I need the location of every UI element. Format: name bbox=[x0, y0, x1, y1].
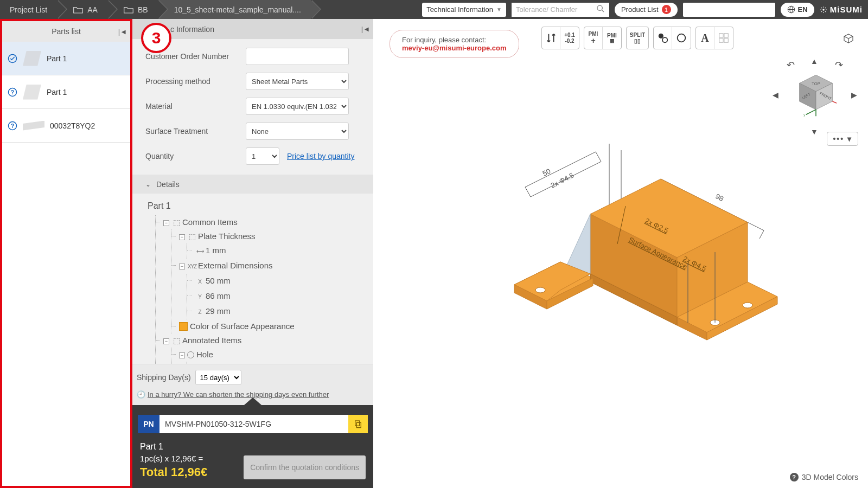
shipping-row: Shipping Day(s) 15 day(s) bbox=[132, 364, 373, 390]
folder-icon bbox=[124, 6, 133, 14]
inquiry-email[interactable]: meviy-eu@misumi-europe.com bbox=[402, 44, 507, 52]
chevron-down-icon: ▼ bbox=[496, 7, 502, 12]
tree-expand-icon[interactable]: − bbox=[179, 352, 185, 358]
view-options-button[interactable]: ••• ▾ bbox=[827, 132, 858, 146]
method-label: Processing method bbox=[145, 77, 246, 86]
tree-leaf[interactable]: 1 mm bbox=[206, 246, 226, 255]
product-list-button[interactable]: Product List 1 bbox=[615, 3, 678, 17]
dropdown-label: Technical Information bbox=[426, 5, 493, 14]
tree-node[interactable]: Annotated Items bbox=[182, 336, 241, 345]
tree-node[interactable]: Plate Thickness bbox=[198, 232, 256, 241]
model-colors-legend[interactable]: ? 3D Model Colors bbox=[790, 473, 858, 481]
status-ok-icon bbox=[8, 54, 17, 63]
3d-viewer[interactable]: For inquiry, please contact: meviy-eu@mi… bbox=[373, 19, 868, 488]
status-help-icon: ? bbox=[8, 121, 17, 131]
tool-tolerance-button[interactable]: +0.1-0.2 bbox=[560, 27, 579, 49]
nav-down-icon[interactable]: ▼ bbox=[810, 127, 818, 136]
surface-select[interactable]: None bbox=[246, 123, 349, 140]
tool-split-button[interactable]: SPLIT▯▯ bbox=[627, 27, 648, 49]
cube-icon: ⬚ bbox=[171, 215, 181, 229]
rotate-right-icon[interactable]: ↷ bbox=[835, 59, 843, 71]
parts-list-item[interactable]: ? Part 1 bbox=[2, 75, 130, 109]
material-select[interactable]: EN 1.0330 equiv.(EN 1.032... bbox=[246, 98, 349, 115]
tree-leaf[interactable]: Color of Surface Appearance bbox=[190, 322, 295, 331]
breadcrumb-project-list[interactable]: Project List bbox=[0, 0, 57, 19]
dimension-label: 98 bbox=[714, 192, 725, 203]
svg-rect-11 bbox=[356, 422, 361, 427]
order-number-input[interactable] bbox=[246, 48, 349, 65]
tree-node[interactable]: External Dimensions bbox=[198, 261, 273, 270]
tree-expand-icon[interactable]: − bbox=[163, 338, 169, 344]
parts-list-item[interactable]: ? 00032T8YQ2 bbox=[2, 109, 130, 143]
tree-expand-icon[interactable]: − bbox=[179, 264, 185, 269]
orientation-cube[interactable]: TOP LEFT FRONT y x bbox=[795, 70, 837, 119]
brand-logo: MiSUMi bbox=[820, 5, 863, 14]
price-notch bbox=[132, 405, 373, 415]
parts-list-item[interactable]: Part 1 bbox=[2, 42, 130, 75]
breadcrumb-file[interactable]: 10_5_sheet-metal_sample_manual.... bbox=[158, 0, 311, 19]
tool-sort-button[interactable] bbox=[542, 27, 560, 49]
tree-expand-icon[interactable]: − bbox=[163, 220, 169, 226]
breadcrumb-label: Project List bbox=[10, 5, 47, 14]
top-bar: Project List AA BB 10_5_sheet-metal_samp… bbox=[0, 0, 868, 19]
tool-grid-button[interactable] bbox=[714, 27, 733, 49]
breadcrumb-label: 10_5_sheet-metal_sample_manual.... bbox=[174, 5, 301, 14]
nav-right-icon[interactable]: ▶ bbox=[851, 91, 857, 99]
svg-rect-18 bbox=[719, 38, 723, 42]
tree-expand-icon[interactable]: − bbox=[179, 234, 185, 240]
nav-up-icon[interactable]: ▲ bbox=[810, 57, 818, 66]
color-swatch-icon bbox=[179, 322, 188, 331]
svg-point-13 bbox=[658, 34, 663, 38]
cube-icon: ⬚ bbox=[187, 229, 197, 243]
nav-left-icon[interactable]: ◀ bbox=[773, 91, 778, 99]
svg-rect-19 bbox=[724, 38, 728, 42]
3d-model[interactable]: 50 2x Φ4.5 98 bbox=[482, 127, 786, 409]
xyz-icon: XYZ bbox=[187, 260, 197, 274]
technical-info-dropdown[interactable]: Technical Information▼ bbox=[422, 3, 506, 17]
y-icon: Y bbox=[195, 290, 205, 304]
search-input[interactable]: Tolerance/ Chamfer bbox=[512, 3, 609, 17]
top-text-input[interactable] bbox=[683, 3, 775, 17]
language-label: EN bbox=[798, 5, 808, 14]
shipping-select[interactable]: 15 day(s) bbox=[195, 370, 241, 385]
part-thumbnail bbox=[23, 85, 41, 100]
quantity-select[interactable]: 1 bbox=[246, 147, 279, 165]
wireframe-cube-icon[interactable] bbox=[842, 32, 855, 45]
tool-view1-button[interactable] bbox=[654, 27, 672, 49]
language-button[interactable]: EN bbox=[781, 3, 814, 17]
details-toggle[interactable]: ⌄ Details bbox=[132, 175, 373, 194]
search-icon bbox=[596, 4, 605, 15]
tool-pmi-list-button[interactable]: PMI▦ bbox=[603, 27, 621, 49]
globe-icon bbox=[787, 5, 795, 14]
tool-view2-button[interactable] bbox=[672, 27, 691, 49]
method-select[interactable]: Sheet Metal Parts bbox=[246, 73, 349, 90]
tree-leaf[interactable]: 50 mm bbox=[206, 276, 231, 285]
part-thumbnail bbox=[23, 121, 44, 131]
tool-pmi-add-button[interactable]: PMI+ bbox=[584, 27, 603, 49]
svg-point-15 bbox=[678, 34, 686, 42]
part-thumbnail bbox=[23, 51, 41, 66]
breadcrumb-label: AA bbox=[87, 5, 98, 14]
tool-annotate-button[interactable]: A bbox=[696, 27, 714, 49]
folder-icon bbox=[73, 6, 83, 14]
tree-node[interactable]: Common Items bbox=[182, 217, 238, 227]
pn-value[interactable]: MVSHM-PN01050-312-5W1FG bbox=[159, 415, 348, 433]
price-list-link[interactable]: Price list by quantity bbox=[287, 152, 355, 160]
copy-button[interactable] bbox=[348, 415, 368, 433]
tree-node[interactable]: Hole bbox=[196, 350, 213, 359]
price-block: Part 1 1pc(s) x 12,96€ = Total 12,96€ Co… bbox=[132, 439, 373, 488]
rotate-left-icon[interactable]: ↶ bbox=[787, 59, 795, 71]
tree-root[interactable]: Part 1 bbox=[148, 199, 365, 213]
tree-leaf[interactable]: 29 mm bbox=[206, 306, 231, 316]
quantity-label: Quantity bbox=[145, 152, 246, 160]
part-number-row: PN MVSHM-PN01050-312-5W1FG bbox=[132, 415, 373, 439]
collapse-icon[interactable]: |◄ bbox=[361, 25, 370, 33]
svg-line-1 bbox=[602, 10, 604, 12]
hurry-link[interactable]: In a hurry? We can shorten the shipping … bbox=[148, 390, 329, 399]
svg-point-14 bbox=[662, 37, 667, 42]
svg-text:TOP: TOP bbox=[812, 81, 820, 86]
tree-leaf[interactable]: 86 mm bbox=[206, 291, 231, 300]
confirm-quotation-button[interactable]: Confirm the quotation conditions bbox=[244, 455, 366, 479]
details-label: Details bbox=[156, 180, 180, 189]
collapse-icon[interactable]: |◄ bbox=[118, 28, 127, 36]
